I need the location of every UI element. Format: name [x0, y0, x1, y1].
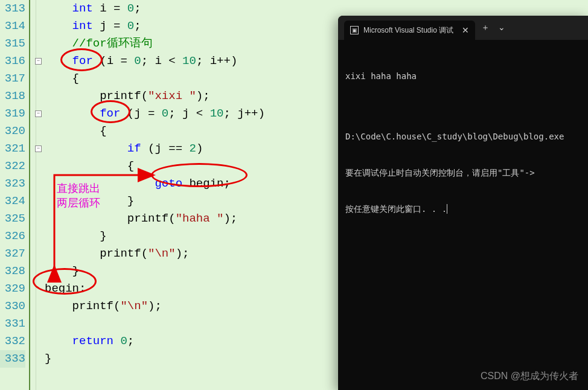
code-line[interactable]: {: [45, 158, 265, 175]
code-line[interactable]: printf("\n");: [45, 298, 265, 315]
terminal-line: D:\Code\C.house\C_study\blog\Debug\blog.…: [345, 130, 581, 142]
annotation-text: 直接跳出 两层循环: [57, 181, 100, 210]
line-number: 328: [0, 263, 25, 280]
terminal-window[interactable]: ▣ Microsoft Visual Studio 调试 ✕ ＋ ⌄ xixi …: [338, 16, 588, 390]
line-number-gutter: 3133143153163173183193203213223233243253…: [0, 0, 29, 390]
fold-column: −−−: [35, 0, 42, 390]
line-number: 325: [0, 210, 25, 228]
code-line[interactable]: }: [45, 263, 265, 280]
code-line[interactable]: if (j == 2): [45, 140, 265, 158]
line-number: 326: [0, 228, 25, 245]
line-number: 330: [0, 298, 25, 315]
code-line[interactable]: int j = 0;: [45, 18, 265, 35]
code-line[interactable]: }: [45, 350, 265, 368]
line-number: 319: [0, 105, 25, 123]
line-number: 333: [0, 350, 25, 368]
line-number: 314: [0, 18, 25, 35]
fold-toggle[interactable]: −: [35, 145, 42, 152]
line-number: 332: [0, 333, 25, 350]
code-line[interactable]: for (j = 0; j < 10; j++): [45, 105, 265, 123]
code-line[interactable]: //for循环语句: [45, 35, 265, 53]
code-line[interactable]: return 0;: [45, 333, 265, 350]
new-tab-button[interactable]: ＋: [481, 22, 490, 33]
code-line[interactable]: for (i = 0; i < 10; i++): [45, 53, 265, 70]
fold-toggle[interactable]: −: [35, 110, 42, 117]
terminal-line: xixi haha haha: [345, 70, 581, 82]
line-number: 327: [0, 245, 25, 263]
line-number: 324: [0, 193, 25, 210]
fold-toggle[interactable]: −: [35, 58, 42, 65]
terminal-output[interactable]: xixi haha haha D:\Code\C.house\C_study\b…: [338, 40, 588, 245]
line-number: 316: [0, 53, 25, 70]
code-line[interactable]: {: [45, 123, 265, 140]
code-line[interactable]: {: [45, 70, 265, 88]
line-number: 317: [0, 70, 25, 88]
terminal-cursor: [447, 204, 447, 214]
terminal-title-text: Microsoft Visual Studio 调试: [363, 25, 453, 36]
code-line[interactable]: [45, 315, 265, 333]
code-line[interactable]: printf("\n");: [45, 245, 265, 263]
annotation-text-line1: 直接跳出: [57, 181, 100, 196]
terminal-tab[interactable]: ▣ Microsoft Visual Studio 调试 ✕: [344, 21, 475, 40]
line-number: 329: [0, 280, 25, 298]
line-number: 313: [0, 0, 25, 18]
close-icon[interactable]: ✕: [462, 25, 469, 35]
line-number: 321: [0, 140, 25, 158]
terminal-app-icon: ▣: [350, 26, 359, 34]
terminal-tab-controls: ＋ ⌄: [481, 22, 505, 33]
line-number: 318: [0, 88, 25, 105]
line-number: 331: [0, 315, 25, 333]
code-line[interactable]: printf("xixi ");: [45, 88, 265, 105]
tab-dropdown-icon[interactable]: ⌄: [498, 22, 505, 33]
code-line[interactable]: begin:: [45, 280, 265, 298]
code-line[interactable]: printf("haha ");: [45, 210, 265, 228]
terminal-line: 要在调试停止时自动关闭控制台，请启用"工具"->: [345, 167, 581, 179]
line-number: 315: [0, 35, 25, 53]
code-line[interactable]: int i = 0;: [45, 0, 265, 18]
terminal-line: 按任意键关闭此窗口. . .: [345, 203, 581, 215]
annotation-text-line2: 两层循环: [57, 196, 100, 210]
terminal-titlebar[interactable]: ▣ Microsoft Visual Studio 调试 ✕ ＋ ⌄: [338, 16, 588, 40]
code-line[interactable]: }: [45, 228, 265, 245]
line-number: 320: [0, 123, 25, 140]
line-number: 322: [0, 158, 25, 175]
watermark: CSDN @想成为传火者: [481, 370, 578, 383]
line-number: 323: [0, 175, 25, 193]
